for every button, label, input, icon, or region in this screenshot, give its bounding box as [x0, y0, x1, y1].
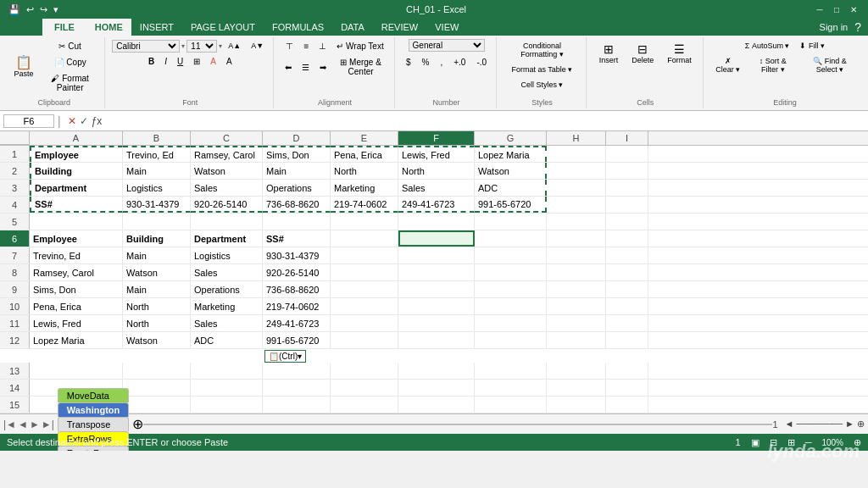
enter-formula-icon[interactable]: ✓ — [80, 115, 88, 127]
format-button[interactable]: ☰ Format — [661, 39, 698, 68]
col-header-g[interactable]: G — [475, 131, 547, 145]
page-layout-view-button[interactable]: ⊟ — [770, 437, 777, 448]
undo-button[interactable]: ↩ — [25, 3, 36, 16]
row-header-10[interactable]: 10 — [0, 298, 30, 314]
cell[interactable]: Employee — [30, 146, 123, 162]
cell[interactable]: Watson — [191, 163, 263, 179]
decrease-decimal-button[interactable]: -.0 — [472, 55, 491, 69]
cell[interactable] — [547, 214, 606, 230]
tab-next-button[interactable]: ► — [30, 419, 40, 430]
cell[interactable]: ADC — [475, 180, 547, 196]
cell[interactable]: Marketing — [331, 180, 398, 196]
cell[interactable] — [475, 230, 547, 247]
cell[interactable] — [606, 332, 648, 348]
redo-button[interactable]: ↪ — [38, 3, 49, 16]
cell[interactable] — [547, 197, 606, 213]
insert-function-icon[interactable]: ƒx — [92, 115, 103, 127]
cell[interactable] — [547, 163, 606, 179]
align-bottom-button[interactable]: ⊥ — [314, 39, 331, 53]
save-button[interactable]: 💾 — [7, 3, 22, 16]
cell[interactable] — [475, 315, 547, 331]
cell[interactable] — [191, 363, 263, 379]
row-header-14[interactable]: 14 — [0, 380, 30, 396]
cell[interactable] — [331, 247, 398, 263]
cell[interactable] — [606, 380, 648, 396]
cell-reference-input[interactable] — [3, 114, 54, 128]
cell[interactable]: Main — [263, 163, 331, 179]
cell[interactable] — [475, 380, 547, 396]
cell[interactable] — [606, 281, 648, 297]
cell[interactable]: Lopez Maria — [30, 332, 123, 348]
cell[interactable]: Department — [30, 180, 123, 196]
help-icon[interactable]: ? — [854, 20, 861, 34]
cell[interactable] — [398, 230, 475, 247]
cell[interactable]: 920-26-5140 — [191, 197, 263, 213]
cell[interactable]: Sales — [398, 180, 475, 196]
col-header-h[interactable]: H — [547, 131, 606, 145]
quick-access-toolbar[interactable]: 💾 ↩ ↪ ▾ — [7, 3, 60, 16]
cell[interactable] — [547, 247, 606, 263]
comma-button[interactable]: , — [436, 55, 447, 69]
cell[interactable] — [331, 396, 398, 413]
cell[interactable]: 991-65-6720 — [475, 197, 547, 213]
cell[interactable] — [331, 332, 398, 348]
row-header-13[interactable]: 13 — [0, 363, 30, 379]
paste-tooltip[interactable]: 📋(Ctrl)▾ — [264, 350, 306, 363]
copy-button[interactable]: 📄 Copy — [41, 55, 99, 69]
percent-button[interactable]: % — [418, 55, 434, 69]
cell[interactable] — [191, 396, 263, 413]
cell[interactable]: Lewis, Fred — [30, 315, 123, 331]
cell[interactable] — [191, 380, 263, 396]
window-controls[interactable]: ─ □ ✕ — [812, 3, 861, 16]
cell[interactable]: Marketing — [191, 298, 263, 314]
cell[interactable]: Watson — [123, 332, 191, 348]
align-middle-button[interactable]: ≡ — [299, 39, 313, 53]
normal-view-button[interactable]: ▣ — [751, 437, 760, 448]
cell[interactable] — [331, 380, 398, 396]
row-header-5[interactable]: 5 — [0, 214, 30, 230]
cell[interactable] — [547, 315, 606, 331]
cell[interactable] — [547, 281, 606, 297]
tab-home[interactable]: HOME — [86, 19, 131, 36]
tab-formulas[interactable]: FORMULAS — [264, 19, 332, 36]
underline-button[interactable]: U — [173, 54, 187, 69]
cell[interactable] — [606, 298, 648, 314]
cell[interactable] — [30, 363, 123, 379]
cell[interactable]: Lewis, Fred — [398, 146, 475, 162]
cell[interactable]: North — [123, 315, 191, 331]
cell[interactable]: 219-74-0602 — [331, 197, 398, 213]
cell[interactable] — [606, 214, 648, 230]
align-right-button[interactable]: ➡ — [315, 60, 331, 75]
cell[interactable]: Operations — [263, 180, 331, 196]
delete-button[interactable]: ⊟ Delete — [626, 39, 659, 68]
number-format-select[interactable]: General — [409, 39, 485, 52]
cancel-formula-icon[interactable]: ✕ — [68, 115, 76, 127]
cell[interactable] — [475, 264, 547, 280]
row-header-7[interactable]: 7 — [0, 247, 30, 263]
fill-button[interactable]: ⬇ Fill ▾ — [795, 39, 829, 53]
cell[interactable]: Ramsey, Carol — [191, 146, 263, 162]
cell[interactable] — [475, 281, 547, 297]
cell[interactable]: Sales — [191, 180, 263, 196]
maximize-button[interactable]: □ — [829, 3, 844, 16]
cell[interactable] — [606, 197, 648, 213]
cell[interactable] — [547, 230, 606, 247]
cell[interactable] — [398, 264, 475, 280]
cell[interactable]: Main — [123, 281, 191, 297]
increase-font-button[interactable]: A▲ — [224, 39, 245, 53]
cell[interactable]: Building — [123, 230, 191, 247]
cell[interactable] — [606, 180, 648, 196]
zoom-plus-button[interactable]: ⊕ — [854, 437, 861, 448]
cell[interactable] — [331, 264, 398, 280]
cell[interactable] — [263, 380, 331, 396]
cell[interactable]: Trevino, Ed — [30, 247, 123, 263]
cell[interactable] — [123, 396, 191, 413]
cell[interactable]: 930-31-4379 — [123, 197, 191, 213]
sheet-tab-transpose[interactable]: Transpose — [58, 417, 130, 431]
bold-button[interactable]: B — [144, 54, 159, 69]
cell[interactable]: Logistics — [123, 180, 191, 196]
format-painter-button[interactable]: 🖌 Format Painter — [41, 71, 99, 95]
cell[interactable] — [547, 146, 606, 162]
col-header-e[interactable]: E — [331, 131, 398, 145]
zoom-minus-button[interactable]: ─ — [805, 437, 812, 447]
